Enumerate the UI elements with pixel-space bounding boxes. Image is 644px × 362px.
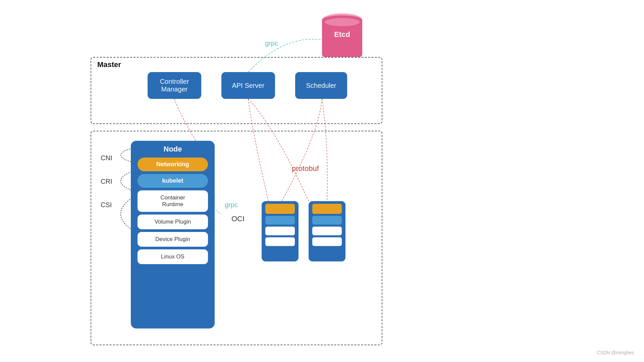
container-node-2 bbox=[309, 201, 345, 261]
watermark: CSDN @minghes bbox=[597, 350, 634, 355]
api-server-label: API Server bbox=[232, 82, 265, 89]
etcd-component: Etcd bbox=[322, 13, 362, 57]
device-plugin-button: Device Plugin bbox=[138, 232, 208, 247]
container-runtime-label: Container Runtime bbox=[160, 194, 185, 207]
node-title: Node bbox=[164, 145, 182, 154]
cn1-orange-bar bbox=[265, 204, 295, 214]
protobuf-label: protobuf bbox=[292, 164, 319, 173]
container-node-1 bbox=[262, 201, 299, 261]
volume-plugin-button: Volume Plugin bbox=[138, 215, 208, 229]
networking-button: Networking bbox=[138, 158, 208, 171]
controller-manager-button: Controller Manager bbox=[148, 72, 201, 99]
cn2-white-bar2 bbox=[312, 237, 342, 246]
linux-os-button: Linux OS bbox=[138, 249, 208, 264]
oci-label: OCI bbox=[231, 215, 245, 223]
scheduler-label: Scheduler bbox=[306, 82, 336, 89]
etcd-label: Etcd bbox=[322, 30, 362, 39]
cn2-blue-bar bbox=[312, 216, 342, 225]
scheduler-button: Scheduler bbox=[295, 72, 347, 99]
csi-label: CSI bbox=[101, 201, 112, 209]
cn1-white-bar1 bbox=[265, 227, 295, 235]
cn1-white-bar2 bbox=[265, 237, 295, 246]
container-runtime-button: Container Runtime bbox=[138, 190, 208, 212]
cn2-white-bar1 bbox=[312, 227, 342, 235]
node-inner-box: Node Networking kubelet Container Runtim… bbox=[131, 141, 215, 328]
grpc-bottom-label: grpc bbox=[225, 201, 238, 209]
api-server-button: API Server bbox=[221, 72, 275, 99]
cn1-blue-bar bbox=[265, 216, 295, 225]
kubelet-button: kubelet bbox=[138, 174, 208, 188]
cn2-orange-bar bbox=[312, 204, 342, 214]
controller-manager-label: Controller Manager bbox=[160, 78, 189, 93]
grpc-top-label: grpc bbox=[265, 40, 278, 47]
cri-label: CRI bbox=[101, 178, 112, 185]
cni-label: CNI bbox=[101, 154, 112, 162]
master-label: Master bbox=[97, 60, 121, 69]
